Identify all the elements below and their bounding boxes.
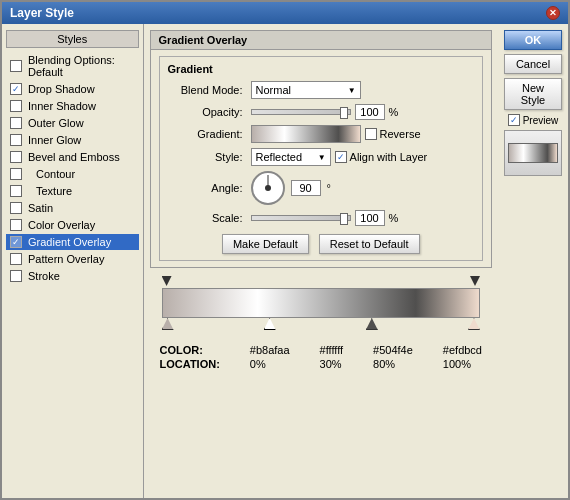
color-info-labels: COLOR: LOCATION:	[160, 344, 220, 370]
gradient-bar-container	[160, 276, 482, 332]
title-bar: Layer Style ✕	[2, 2, 568, 24]
left-panel: Styles Blending Options: Default Drop Sh…	[2, 24, 144, 498]
color-stop-80[interactable]	[366, 318, 378, 330]
scale-slider[interactable]	[251, 215, 351, 221]
gradient-controls: Reverse	[251, 125, 421, 143]
contour-checkbox[interactable]	[10, 168, 22, 180]
color-stop-0[interactable]	[162, 318, 174, 330]
gradient-overlay-checkbox[interactable]	[10, 236, 22, 248]
angle-controls: °	[251, 171, 331, 205]
stroke-checkbox[interactable]	[10, 270, 22, 282]
outer-glow-checkbox[interactable]	[10, 117, 22, 129]
opacity-row: Opacity: %	[168, 104, 474, 120]
preview-container: Preview	[508, 114, 559, 126]
content-area: Gradient Overlay Gradient Blend Mode: No…	[144, 24, 568, 498]
color-stop-4-color: #efdbcd	[443, 344, 482, 356]
window-title: Layer Style	[10, 6, 74, 20]
color-stop-100[interactable]	[468, 318, 480, 330]
right-panel: Gradient Overlay Gradient Blend Mode: No…	[144, 24, 498, 498]
opacity-slider[interactable]	[251, 109, 351, 115]
color-stop-2-color: #ffffff	[320, 344, 343, 356]
sidebar-item-stroke[interactable]: Stroke	[6, 268, 139, 284]
color-stop-3-location: 80%	[373, 358, 413, 370]
color-info-section: COLOR: LOCATION: #b8afaa 0% #ffffff 30% …	[150, 336, 492, 374]
main-content: Styles Blending Options: Default Drop Sh…	[2, 24, 568, 498]
sidebar-item-pattern-overlay[interactable]: Pattern Overlay	[6, 251, 139, 267]
color-stop-1-info: #b8afaa 0%	[250, 344, 290, 370]
sidebar-item-blending-options[interactable]: Blending Options: Default	[6, 52, 139, 80]
style-row: Style: Reflected ▼ Align with Layer	[168, 148, 474, 166]
color-stop-4-location: 100%	[443, 358, 482, 370]
preview-checkbox[interactable]	[508, 114, 520, 126]
scale-slider-thumb[interactable]	[340, 213, 348, 225]
color-stop-30[interactable]	[264, 318, 276, 330]
color-stop-1-color: #b8afaa	[250, 344, 290, 356]
sidebar-item-color-overlay[interactable]: Color Overlay	[6, 217, 139, 233]
sidebar-item-texture[interactable]: Texture	[6, 183, 139, 199]
blending-options-checkbox[interactable]	[10, 60, 22, 72]
ok-button[interactable]: OK	[504, 30, 562, 50]
gradient-overlay-panel: Gradient Overlay Gradient Blend Mode: No…	[150, 30, 492, 268]
color-info-location-label: LOCATION:	[160, 358, 220, 370]
blend-mode-select[interactable]: Normal ▼	[251, 81, 361, 99]
opacity-stop-left[interactable]	[162, 276, 172, 286]
satin-checkbox[interactable]	[10, 202, 22, 214]
style-select[interactable]: Reflected ▼	[251, 148, 331, 166]
opacity-unit: %	[389, 106, 399, 118]
opacity-slider-thumb[interactable]	[340, 107, 348, 119]
gradient-preview[interactable]	[251, 125, 361, 143]
sidebar-item-inner-glow[interactable]: Inner Glow	[6, 132, 139, 148]
reverse-checkbox[interactable]	[365, 128, 377, 140]
color-stop-2-info: #ffffff 30%	[320, 344, 343, 370]
make-default-button[interactable]: Make Default	[222, 234, 309, 254]
inner-shadow-checkbox[interactable]	[10, 100, 22, 112]
drop-shadow-checkbox[interactable]	[10, 83, 22, 95]
align-layer-container: Align with Layer	[335, 151, 428, 163]
close-button[interactable]: ✕	[546, 6, 560, 20]
texture-checkbox[interactable]	[10, 185, 22, 197]
styles-header: Styles	[6, 30, 139, 48]
bevel-emboss-checkbox[interactable]	[10, 151, 22, 163]
color-overlay-checkbox[interactable]	[10, 219, 22, 231]
preview-label-text: Preview	[523, 115, 559, 126]
sidebar-item-inner-shadow[interactable]: Inner Shadow	[6, 98, 139, 114]
sidebar-item-contour[interactable]: Contour	[6, 166, 139, 182]
preview-box	[504, 130, 562, 176]
opacity-input[interactable]	[355, 104, 385, 120]
opacity-stop-right[interactable]	[470, 276, 480, 286]
action-buttons: Make Default Reset to Default	[168, 234, 474, 254]
color-stop-1-location: 0%	[250, 358, 290, 370]
sidebar-item-gradient-overlay[interactable]: Gradient Overlay	[6, 234, 139, 250]
reset-to-default-button[interactable]: Reset to Default	[319, 234, 420, 254]
sidebar-item-drop-shadow[interactable]: Drop Shadow	[6, 81, 139, 97]
reverse-container: Reverse	[365, 128, 421, 140]
opacity-stops	[160, 276, 482, 288]
gradient-editor	[150, 272, 492, 332]
scale-slider-container: %	[251, 210, 399, 226]
gradient-bar[interactable]	[162, 288, 480, 318]
pattern-overlay-checkbox[interactable]	[10, 253, 22, 265]
blend-mode-row: Blend Mode: Normal ▼	[168, 81, 474, 99]
angle-unit: °	[327, 182, 331, 194]
scale-unit: %	[389, 212, 399, 224]
align-layer-label: Align with Layer	[350, 151, 428, 163]
layer-style-window: Layer Style ✕ Styles Blending Options: D…	[0, 0, 570, 500]
color-stops	[160, 318, 482, 332]
panel-title: Gradient Overlay	[151, 31, 491, 50]
angle-input[interactable]	[291, 180, 321, 196]
gradient-section: Gradient Blend Mode: Normal ▼ Opacity:	[159, 56, 483, 261]
style-controls: Reflected ▼ Align with Layer	[251, 148, 428, 166]
gradient-label: Gradient:	[168, 128, 243, 140]
new-style-button[interactable]: New Style	[504, 78, 562, 110]
cancel-button[interactable]: Cancel	[504, 54, 562, 74]
sidebar-item-bevel-emboss[interactable]: Bevel and Emboss	[6, 149, 139, 165]
sidebar-item-satin[interactable]: Satin	[6, 200, 139, 216]
blend-mode-arrow-icon: ▼	[348, 86, 356, 95]
reverse-label: Reverse	[380, 128, 421, 140]
angle-dial[interactable]	[251, 171, 285, 205]
align-layer-checkbox[interactable]	[335, 151, 347, 163]
inner-glow-checkbox[interactable]	[10, 134, 22, 146]
sidebar-item-outer-glow[interactable]: Outer Glow	[6, 115, 139, 131]
scale-input[interactable]	[355, 210, 385, 226]
scale-row: Scale: %	[168, 210, 474, 226]
